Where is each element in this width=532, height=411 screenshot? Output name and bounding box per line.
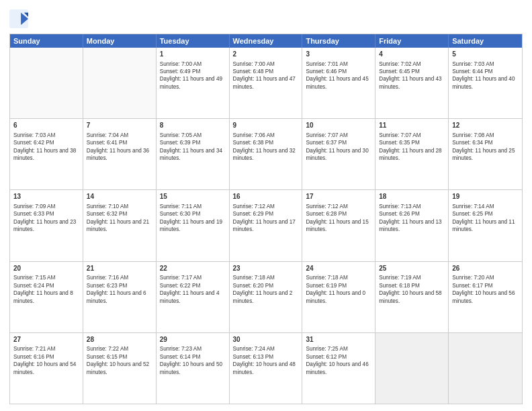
- day-number: 20: [13, 264, 79, 273]
- calendar-cell: 1Sunrise: 7:00 AM Sunset: 6:49 PM Daylig…: [157, 48, 230, 118]
- day-info: Sunrise: 7:16 AM Sunset: 6:23 PM Dayligh…: [87, 275, 146, 304]
- day-info: Sunrise: 7:23 AM Sunset: 6:14 PM Dayligh…: [160, 346, 222, 375]
- day-info: Sunrise: 7:01 AM Sunset: 6:46 PM Dayligh…: [306, 61, 368, 90]
- day-info: Sunrise: 7:18 AM Sunset: 6:19 PM Dayligh…: [306, 275, 365, 304]
- calendar-row-2: 13Sunrise: 7:09 AM Sunset: 6:33 PM Dayli…: [10, 189, 522, 261]
- day-info: Sunrise: 7:17 AM Sunset: 6:22 PM Dayligh…: [160, 275, 220, 304]
- day-number: 22: [160, 264, 226, 273]
- calendar-cell: 7Sunrise: 7:04 AM Sunset: 6:41 PM Daylig…: [83, 119, 157, 189]
- header-cell-thursday: Thursday: [302, 34, 375, 48]
- header-cell-sunday: Sunday: [10, 34, 83, 48]
- header-cell-wednesday: Wednesday: [230, 34, 303, 48]
- calendar-cell: 14Sunrise: 7:10 AM Sunset: 6:32 PM Dayli…: [83, 190, 157, 261]
- day-info: Sunrise: 7:12 AM Sunset: 6:28 PM Dayligh…: [306, 203, 368, 232]
- page: SundayMondayTuesdayWednesdayThursdayFrid…: [0, 0, 532, 411]
- calendar-cell: 16Sunrise: 7:12 AM Sunset: 6:29 PM Dayli…: [230, 190, 303, 261]
- calendar-header-row: SundayMondayTuesdayWednesdayThursdayFrid…: [10, 34, 522, 48]
- calendar-cell: [449, 333, 522, 404]
- day-number: 16: [233, 192, 299, 201]
- day-info: Sunrise: 7:14 AM Sunset: 6:25 PM Dayligh…: [452, 203, 515, 232]
- day-number: 19: [452, 192, 519, 201]
- calendar-cell: 23Sunrise: 7:18 AM Sunset: 6:20 PM Dayli…: [230, 262, 303, 332]
- day-number: 5: [452, 50, 519, 59]
- calendar-cell: 26Sunrise: 7:20 AM Sunset: 6:17 PM Dayli…: [449, 262, 522, 332]
- calendar-cell: 10Sunrise: 7:07 AM Sunset: 6:37 PM Dayli…: [302, 119, 375, 189]
- day-info: Sunrise: 7:13 AM Sunset: 6:26 PM Dayligh…: [379, 203, 441, 232]
- calendar: SundayMondayTuesdayWednesdayThursdayFrid…: [9, 34, 523, 404]
- day-number: 24: [306, 264, 371, 273]
- calendar-cell: 15Sunrise: 7:11 AM Sunset: 6:30 PM Dayli…: [157, 190, 230, 261]
- day-info: Sunrise: 7:08 AM Sunset: 6:34 PM Dayligh…: [452, 132, 515, 161]
- day-info: Sunrise: 7:00 AM Sunset: 6:48 PM Dayligh…: [233, 61, 296, 90]
- header-cell-friday: Friday: [375, 34, 449, 48]
- day-number: 7: [87, 121, 152, 130]
- day-info: Sunrise: 7:19 AM Sunset: 6:18 PM Dayligh…: [379, 275, 441, 304]
- calendar-cell: 31Sunrise: 7:25 AM Sunset: 6:12 PM Dayli…: [302, 333, 375, 404]
- day-info: Sunrise: 7:20 AM Sunset: 6:17 PM Dayligh…: [452, 275, 515, 304]
- calendar-cell: 13Sunrise: 7:09 AM Sunset: 6:33 PM Dayli…: [10, 190, 83, 261]
- day-number: 15: [160, 192, 226, 201]
- day-number: 29: [160, 335, 226, 345]
- calendar-row-1: 6Sunrise: 7:03 AM Sunset: 6:42 PM Daylig…: [10, 118, 522, 189]
- day-info: Sunrise: 7:25 AM Sunset: 6:12 PM Dayligh…: [306, 346, 368, 375]
- day-info: Sunrise: 7:09 AM Sunset: 6:33 PM Dayligh…: [13, 203, 76, 232]
- day-info: Sunrise: 7:15 AM Sunset: 6:24 PM Dayligh…: [13, 275, 73, 304]
- calendar-cell: 28Sunrise: 7:22 AM Sunset: 6:15 PM Dayli…: [83, 333, 157, 404]
- day-number: 25: [379, 264, 445, 273]
- day-number: 18: [379, 192, 445, 201]
- day-number: 4: [379, 50, 445, 59]
- day-info: Sunrise: 7:11 AM Sunset: 6:30 PM Dayligh…: [160, 203, 222, 232]
- day-number: 11: [379, 121, 445, 130]
- header-cell-monday: Monday: [83, 34, 157, 48]
- logo-icon: [9, 9, 28, 28]
- header-cell-tuesday: Tuesday: [157, 34, 230, 48]
- day-info: Sunrise: 7:24 AM Sunset: 6:13 PM Dayligh…: [233, 346, 296, 375]
- day-info: Sunrise: 7:18 AM Sunset: 6:20 PM Dayligh…: [233, 275, 293, 304]
- day-info: Sunrise: 7:22 AM Sunset: 6:15 PM Dayligh…: [87, 346, 149, 375]
- calendar-cell: 18Sunrise: 7:13 AM Sunset: 6:26 PM Dayli…: [375, 190, 449, 261]
- day-number: 1: [160, 50, 226, 59]
- day-number: 14: [87, 192, 152, 201]
- day-number: 30: [233, 335, 299, 345]
- day-info: Sunrise: 7:07 AM Sunset: 6:35 PM Dayligh…: [379, 132, 441, 161]
- calendar-cell: [375, 333, 449, 404]
- day-number: 6: [13, 121, 79, 130]
- day-info: Sunrise: 7:10 AM Sunset: 6:32 PM Dayligh…: [87, 203, 149, 232]
- calendar-cell: [83, 48, 157, 118]
- day-number: 21: [87, 264, 152, 273]
- day-number: 23: [233, 264, 299, 273]
- calendar-cell: 17Sunrise: 7:12 AM Sunset: 6:28 PM Dayli…: [302, 190, 375, 261]
- calendar-cell: 21Sunrise: 7:16 AM Sunset: 6:23 PM Dayli…: [83, 262, 157, 332]
- day-number: 28: [87, 335, 152, 345]
- day-number: 31: [306, 335, 371, 345]
- day-number: 12: [452, 121, 519, 130]
- day-info: Sunrise: 7:07 AM Sunset: 6:37 PM Dayligh…: [306, 132, 368, 161]
- calendar-cell: 20Sunrise: 7:15 AM Sunset: 6:24 PM Dayli…: [10, 262, 83, 332]
- day-number: 17: [306, 192, 371, 201]
- calendar-cell: 11Sunrise: 7:07 AM Sunset: 6:35 PM Dayli…: [375, 119, 449, 189]
- calendar-row-3: 20Sunrise: 7:15 AM Sunset: 6:24 PM Dayli…: [10, 261, 522, 332]
- day-number: 8: [160, 121, 226, 130]
- day-info: Sunrise: 7:02 AM Sunset: 6:45 PM Dayligh…: [379, 61, 441, 90]
- day-info: Sunrise: 7:06 AM Sunset: 6:38 PM Dayligh…: [233, 132, 296, 161]
- day-info: Sunrise: 7:04 AM Sunset: 6:41 PM Dayligh…: [87, 132, 149, 161]
- calendar-cell: 8Sunrise: 7:05 AM Sunset: 6:39 PM Daylig…: [157, 119, 230, 189]
- header-cell-saturday: Saturday: [449, 34, 522, 48]
- calendar-cell: 12Sunrise: 7:08 AM Sunset: 6:34 PM Dayli…: [449, 119, 522, 189]
- calendar-cell: 4Sunrise: 7:02 AM Sunset: 6:45 PM Daylig…: [375, 48, 449, 118]
- day-number: 13: [13, 192, 79, 201]
- calendar-row-0: 1Sunrise: 7:00 AM Sunset: 6:49 PM Daylig…: [10, 48, 522, 118]
- day-number: 3: [306, 50, 371, 59]
- calendar-body: 1Sunrise: 7:00 AM Sunset: 6:49 PM Daylig…: [10, 48, 522, 404]
- header: [9, 7, 523, 28]
- calendar-cell: 22Sunrise: 7:17 AM Sunset: 6:22 PM Dayli…: [157, 262, 230, 332]
- day-info: Sunrise: 7:21 AM Sunset: 6:16 PM Dayligh…: [13, 346, 76, 375]
- calendar-cell: 25Sunrise: 7:19 AM Sunset: 6:18 PM Dayli…: [375, 262, 449, 332]
- logo: [9, 9, 30, 28]
- day-info: Sunrise: 7:03 AM Sunset: 6:44 PM Dayligh…: [452, 61, 515, 90]
- calendar-cell: 2Sunrise: 7:00 AM Sunset: 6:48 PM Daylig…: [230, 48, 303, 118]
- day-number: 10: [306, 121, 371, 130]
- day-info: Sunrise: 7:12 AM Sunset: 6:29 PM Dayligh…: [233, 203, 296, 232]
- calendar-cell: 9Sunrise: 7:06 AM Sunset: 6:38 PM Daylig…: [230, 119, 303, 189]
- calendar-cell: 30Sunrise: 7:24 AM Sunset: 6:13 PM Dayli…: [230, 333, 303, 404]
